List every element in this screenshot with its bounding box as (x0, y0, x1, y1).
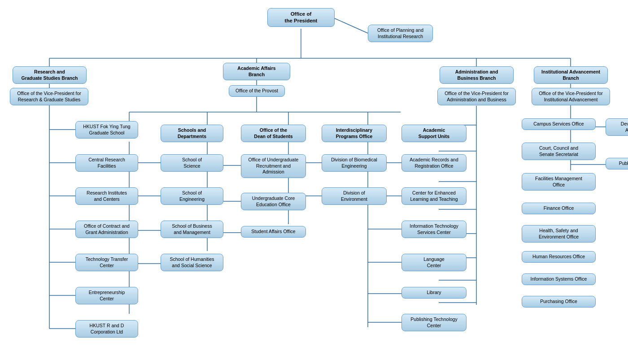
info-systems-node: Information Systems Office (522, 273, 596, 285)
fok-school-node: HKUST Fok Ying TungGraduate School (75, 121, 138, 139)
research-institutes-node: Research Institutesand Centers (75, 187, 138, 205)
planning-node: Office of Planning andInstitutional Rese… (368, 25, 433, 42)
academic-branch-node: Academic AffairsBranch (223, 63, 290, 80)
academic-support-node: AcademicSupport Units (401, 125, 467, 142)
health-safety-node: Health, Safety andEnvironment Office (522, 225, 596, 243)
institutional-branch-node: Institutional AdvancementBranch (534, 66, 608, 84)
biomedical-node: Division of BiomedicalEngineering (322, 154, 387, 172)
undergrad-core-node: Undergraduate CoreEducation Office (241, 193, 306, 210)
research-vp-node: Office of the Vice-President forResearch… (10, 88, 88, 105)
development-alumni-node: Development andAlumni Office (606, 118, 628, 136)
it-services-node: Information TechnologyServices Center (401, 221, 467, 238)
central-research-node: Central ResearchFacilities (75, 154, 138, 172)
hkust-rd-node: HKUST R and DCorporation Ltd (75, 320, 138, 338)
school-business-node: School of Businessand Management (161, 221, 223, 238)
schools-depts-node: Schools andDepartments (161, 125, 223, 142)
purchasing-node: Purchasing Office (522, 296, 596, 308)
admin-branch-node: Administration andBusiness Branch (440, 66, 514, 84)
human-resources-node: Human Resources Office (522, 251, 596, 263)
academic-records-node: Academic Records andRegistration Office (401, 154, 467, 172)
library-node: Library (401, 287, 467, 299)
student-affairs-node: Student Affairs Office (241, 226, 306, 238)
enhanced-learning-node: Center for EnhancedLearning and Teaching (401, 187, 467, 205)
finance-node: Finance Office (522, 203, 596, 214)
svg-line-0 (335, 18, 368, 33)
dean-students-node: Office of theDean of Students (241, 125, 306, 142)
provost-node: Office of the Provost (229, 85, 285, 97)
president-node: Office ofthe President (267, 8, 335, 27)
school-humanities-node: School of Humanitiesand Social Science (161, 254, 223, 271)
language-center-node: LanguageCenter (401, 254, 467, 271)
school-science-node: School ofScience (161, 154, 223, 172)
court-council-node: Court, Council andSenate Secretariat (522, 143, 596, 160)
publishing-node: Publishing TechnologyCenter (401, 314, 467, 331)
research-branch-node: Research andGraduate Studies Branch (13, 66, 87, 84)
school-engineering-node: School ofEngineering (161, 187, 223, 205)
public-affairs-node: Public Affairs Office (606, 158, 628, 169)
facilities-mgmt-node: Facilities ManagementOffice (522, 173, 596, 191)
contract-grant-node: Office of Contract andGrant Administrati… (75, 221, 138, 238)
tech-transfer-node: Technology TransferCenter (75, 254, 138, 271)
entrepreneurship-node: EntrepreneurshipCenter (75, 287, 138, 304)
org-chart: Office ofthe President Office of Plannin… (0, 0, 628, 9)
interdisciplinary-node: InterdisciplinaryPrograms Office (322, 125, 387, 142)
undergrad-recruit-node: Office of UndergraduateRecruitment andAd… (241, 154, 306, 178)
admin-vp-node: Office of the Vice-President forAdminist… (437, 88, 516, 105)
environment-node: Division ofEnvironment (322, 187, 387, 205)
institutional-vp-node: Office of the Vice-President forInstitut… (532, 88, 610, 105)
campus-services-node: Campus Services Office (522, 118, 596, 130)
